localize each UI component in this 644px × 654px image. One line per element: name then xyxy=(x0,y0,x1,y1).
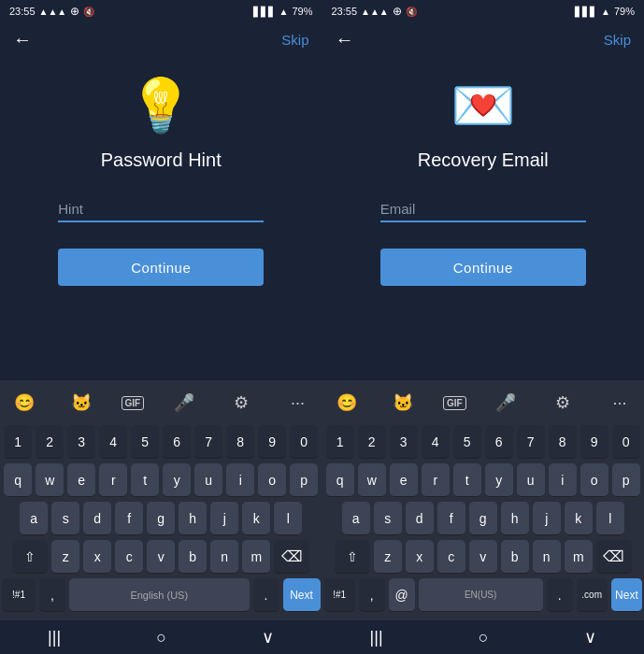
key-y-right[interactable]: y xyxy=(485,463,513,497)
back-nav-icon-left[interactable]: ∨ xyxy=(262,627,274,647)
more-icon-left[interactable]: ··· xyxy=(281,393,315,413)
key-n-left[interactable]: n xyxy=(210,540,238,574)
recents-icon-right[interactable]: ||| xyxy=(370,628,383,647)
key-h-left[interactable]: h xyxy=(179,502,207,535)
key-s-right[interactable]: s xyxy=(374,502,402,535)
home-icon-left[interactable]: ○ xyxy=(156,628,166,647)
shift-key-left[interactable]: ⇧ xyxy=(12,540,48,574)
back-button-right[interactable]: ← xyxy=(336,29,354,50)
key-f-right[interactable]: f xyxy=(437,502,465,535)
key-b-right[interactable]: b xyxy=(501,540,529,574)
period-key-left[interactable]: . xyxy=(253,578,279,612)
key-7-left[interactable]: 7 xyxy=(194,425,222,459)
key-6-right[interactable]: 6 xyxy=(485,425,513,459)
email-input[interactable] xyxy=(380,197,586,222)
skip-button-right[interactable]: Skip xyxy=(604,32,631,48)
continue-button-right[interactable]: Continue xyxy=(380,249,586,286)
comma-key-left[interactable]: , xyxy=(39,578,65,612)
key-l-left[interactable]: l xyxy=(274,502,302,535)
key-v-right[interactable]: v xyxy=(469,540,497,574)
key-t-left[interactable]: t xyxy=(131,463,159,497)
key-m-left[interactable]: m xyxy=(242,540,270,574)
key-x-right[interactable]: x xyxy=(406,540,434,574)
key-q-right[interactable]: q xyxy=(326,463,354,497)
emoji-icon-right[interactable]: 😊 xyxy=(330,392,364,413)
key-n-right[interactable]: n xyxy=(533,540,561,574)
key-x-left[interactable]: x xyxy=(83,540,111,574)
key-b-left[interactable]: b xyxy=(179,540,207,574)
key-4-left[interactable]: 4 xyxy=(99,425,127,459)
key-s-left[interactable]: s xyxy=(51,502,79,535)
key-7-right[interactable]: 7 xyxy=(517,425,545,459)
period-key-right[interactable]: . xyxy=(547,578,573,612)
key-c-left[interactable]: c xyxy=(115,540,143,574)
key-6-left[interactable]: 6 xyxy=(163,425,191,459)
key-m-right[interactable]: m xyxy=(565,540,593,574)
key-3-right[interactable]: 3 xyxy=(390,425,418,459)
key-g-right[interactable]: g xyxy=(469,502,497,535)
key-9-right[interactable]: 9 xyxy=(580,425,608,459)
gif-button-right[interactable]: GIF xyxy=(443,396,466,410)
key-d-left[interactable]: d xyxy=(83,502,111,535)
settings-icon-left[interactable]: ⚙ xyxy=(224,392,258,413)
key-l-right[interactable]: l xyxy=(596,502,624,535)
sticker-icon-right[interactable]: 🐱 xyxy=(386,392,420,413)
key-u-left[interactable]: u xyxy=(194,463,222,497)
back-nav-icon-right[interactable]: ∨ xyxy=(584,627,596,647)
key-a-right[interactable]: a xyxy=(342,502,370,535)
skip-button-left[interactable]: Skip xyxy=(281,32,308,48)
key-9-left[interactable]: 9 xyxy=(258,425,286,459)
sticker-icon-left[interactable]: 🐱 xyxy=(64,392,98,413)
key-0-right[interactable]: 0 xyxy=(612,425,640,459)
key-g-left[interactable]: g xyxy=(147,502,175,535)
dotcom-key-right[interactable]: .com xyxy=(577,578,608,612)
mic-icon-right[interactable]: 🎤 xyxy=(489,392,522,413)
key-k-right[interactable]: k xyxy=(565,502,593,535)
key-o-right[interactable]: o xyxy=(580,463,608,497)
key-5-left[interactable]: 5 xyxy=(131,425,159,459)
key-j-right[interactable]: j xyxy=(533,502,561,535)
key-1-right[interactable]: 1 xyxy=(326,425,354,459)
key-r-left[interactable]: r xyxy=(99,463,127,497)
key-z-left[interactable]: z xyxy=(51,540,79,574)
key-o-left[interactable]: o xyxy=(258,463,286,497)
next-button-left[interactable]: Next xyxy=(283,578,321,612)
emoji-icon-left[interactable]: 😊 xyxy=(7,392,41,413)
key-a-left[interactable]: a xyxy=(20,502,48,535)
key-0-left[interactable]: 0 xyxy=(290,425,318,459)
delete-key-right[interactable]: ⌫ xyxy=(596,540,632,574)
key-8-right[interactable]: 8 xyxy=(549,425,577,459)
key-4-right[interactable]: 4 xyxy=(422,425,450,459)
key-e-right[interactable]: e xyxy=(390,463,418,497)
key-v-left[interactable]: v xyxy=(147,540,175,574)
key-t-right[interactable]: t xyxy=(453,463,481,497)
space-key-right[interactable]: EN(US) xyxy=(419,578,543,612)
key-p-left[interactable]: p xyxy=(290,463,318,497)
sym-key-left[interactable]: !#1 xyxy=(2,578,36,612)
back-button-left[interactable]: ← xyxy=(13,29,32,50)
delete-key-left[interactable]: ⌫ xyxy=(274,540,309,574)
settings-icon-right[interactable]: ⚙ xyxy=(546,392,580,413)
key-2-right[interactable]: 2 xyxy=(358,425,386,459)
home-icon-right[interactable]: ○ xyxy=(479,628,489,647)
recents-icon-left[interactable]: ||| xyxy=(48,628,61,647)
key-j-left[interactable]: j xyxy=(210,502,238,535)
key-d-right[interactable]: d xyxy=(406,502,434,535)
space-key-left[interactable]: English (US) xyxy=(69,578,250,612)
key-k-left[interactable]: k xyxy=(242,502,270,535)
comma-key-right[interactable]: , xyxy=(359,578,385,612)
sym-key-right[interactable]: !#1 xyxy=(324,578,355,612)
key-i-right[interactable]: i xyxy=(549,463,577,497)
key-5-right[interactable]: 5 xyxy=(453,425,481,459)
key-u-right[interactable]: u xyxy=(517,463,545,497)
key-z-right[interactable]: z xyxy=(374,540,402,574)
mic-icon-left[interactable]: 🎤 xyxy=(167,392,201,413)
key-h-right[interactable]: h xyxy=(501,502,529,535)
gif-button-left[interactable]: GIF xyxy=(122,396,145,410)
key-8-left[interactable]: 8 xyxy=(226,425,254,459)
more-icon-right[interactable]: ··· xyxy=(603,393,637,413)
key-c-right[interactable]: c xyxy=(437,540,465,574)
key-p-right[interactable]: p xyxy=(612,463,640,497)
key-w-left[interactable]: w xyxy=(36,463,64,497)
key-2-left[interactable]: 2 xyxy=(36,425,64,459)
